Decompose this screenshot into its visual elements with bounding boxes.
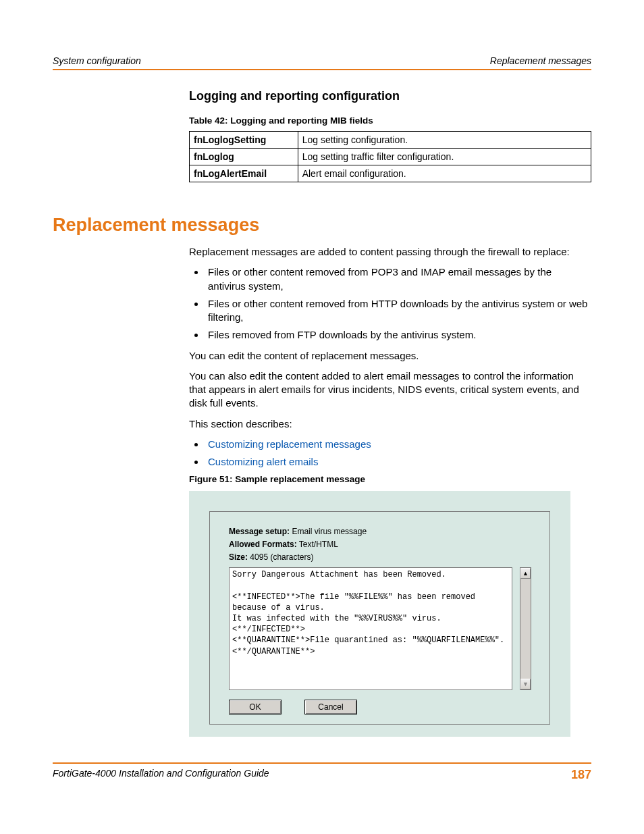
- list-item: Files or other content removed from POP3…: [205, 265, 591, 293]
- intro-paragraph: Replacement messages are added to conten…: [189, 245, 591, 259]
- mib-field: fnLoglogSetting: [190, 132, 298, 149]
- body-paragraph: This section describes:: [189, 417, 591, 431]
- scroll-down-button[interactable]: ▼: [520, 679, 531, 689]
- size-row: Size: 4095 (characters): [229, 552, 531, 562]
- reasons-list: Files or other content removed from POP3…: [189, 265, 591, 342]
- list-item: Files removed from FTP downloads by the …: [205, 328, 591, 342]
- subheading-logging: Logging and reporting configuration: [189, 89, 591, 103]
- footer-guide-title: FortiGate-4000 Installation and Configur…: [53, 768, 269, 782]
- ok-button[interactable]: OK: [229, 700, 281, 714]
- dialog-box: Message setup: Email virus message Allow…: [209, 511, 550, 725]
- table-row: fnLoglog Log setting traffic filter conf…: [190, 149, 591, 165]
- figure-caption: Figure 51: Sample replacement message: [189, 474, 591, 484]
- scroll-up-button[interactable]: ▲: [520, 568, 531, 579]
- list-item: Customizing replacement messages: [205, 438, 591, 451]
- running-footer: FortiGate-4000 Installation and Configur…: [53, 768, 591, 782]
- body-paragraph: You can also edit the content added to a…: [189, 369, 591, 411]
- mib-desc: Log setting traffic filter configuration…: [298, 149, 591, 165]
- mib-desc: Log setting configuration.: [298, 132, 591, 149]
- cancel-button[interactable]: Cancel: [304, 700, 357, 714]
- table-row: fnLoglogSetting Log setting configuratio…: [190, 132, 591, 149]
- links-list: Customizing replacement messages Customi…: [189, 438, 591, 469]
- message-setup-label: Message setup:: [229, 527, 290, 536]
- message-setup-value: Email virus message: [292, 527, 367, 536]
- list-item: Files or other content removed from HTTP…: [205, 297, 591, 325]
- size-value: 4095 (characters): [250, 552, 313, 562]
- editor-wrap: Sorry Dangerous Attachment has been Remo…: [229, 567, 531, 690]
- message-setup-row: Message setup: Email virus message: [229, 527, 531, 536]
- dialog-buttons: OK Cancel: [229, 700, 531, 714]
- table-caption: Table 42: Logging and reporting MIB fiel…: [189, 115, 591, 126]
- mib-desc: Alert email configuration.: [298, 165, 591, 182]
- header-right: Replacement messages: [490, 55, 591, 66]
- link-customizing-replacement[interactable]: Customizing replacement messages: [208, 438, 371, 450]
- message-editor[interactable]: Sorry Dangerous Attachment has been Remo…: [229, 567, 512, 690]
- allowed-formats-label: Allowed Formats:: [229, 540, 297, 549]
- link-customizing-alert[interactable]: Customizing alert emails: [208, 456, 318, 467]
- section-title: Replacement messages: [53, 215, 591, 236]
- mib-field: fnLoglog: [190, 149, 298, 165]
- size-label: Size:: [229, 552, 248, 562]
- page-number: 187: [571, 768, 591, 782]
- table-row: fnLogAlertEmail Alert email configuratio…: [190, 165, 591, 182]
- mib-table: fnLoglogSetting Log setting configuratio…: [189, 131, 591, 182]
- allowed-formats-row: Allowed Formats: Text/HTML: [229, 540, 531, 549]
- body-paragraph: You can edit the content of replacement …: [189, 349, 591, 363]
- header-left: System configuration: [53, 55, 141, 66]
- header-divider: [53, 69, 591, 70]
- mib-field: fnLogAlertEmail: [190, 165, 298, 182]
- allowed-formats-value: Text/HTML: [299, 540, 338, 549]
- figure-sample-replacement: Message setup: Email virus message Allow…: [189, 491, 570, 737]
- running-header: System configuration Replacement message…: [53, 55, 591, 69]
- scrollbar[interactable]: ▲ ▼: [520, 567, 531, 690]
- list-item: Customizing alert emails: [205, 455, 591, 469]
- footer-divider: [53, 762, 591, 764]
